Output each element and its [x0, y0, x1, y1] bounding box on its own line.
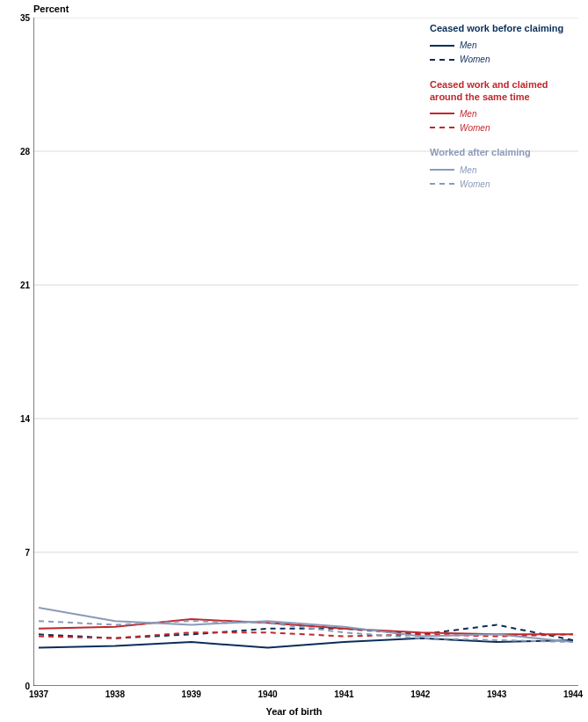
- legend-group-title: Worked after claiming: [430, 147, 570, 159]
- x-tick-label: 1942: [410, 689, 430, 699]
- legend-row: Women: [430, 53, 570, 67]
- x-axis-title: Year of birth: [0, 706, 588, 717]
- y-tick-label: 0: [4, 682, 30, 691]
- legend-group-title: Ceased work and claimed around the same …: [430, 79, 570, 104]
- legend-series-label: Women: [460, 123, 490, 133]
- legend-swatch: [430, 127, 454, 128]
- legend-series-label: Men: [460, 165, 476, 175]
- legend-row: Women: [430, 177, 570, 191]
- legend-group: Ceased work and claimed around the same …: [430, 79, 570, 135]
- legend-swatch: [430, 113, 454, 114]
- legend-series-label: Women: [460, 55, 490, 64]
- legend-swatch: [430, 59, 454, 61]
- legend-row: Men: [430, 163, 570, 177]
- legend-row: Men: [430, 106, 570, 120]
- y-tick-label: 7: [4, 548, 30, 558]
- legend-series-label: Men: [460, 40, 476, 50]
- legend-group-title: Ceased work before claiming: [430, 23, 570, 35]
- x-tick-label: 1940: [258, 689, 277, 699]
- legend-series-label: Men: [460, 109, 476, 119]
- x-tick-label: 1944: [563, 689, 583, 699]
- y-axis-title: Percent: [33, 4, 69, 14]
- legend-swatch: [430, 45, 454, 47]
- legend-series-label: Women: [460, 179, 490, 189]
- x-tick-label: 1939: [182, 689, 201, 699]
- legend-row: Women: [430, 120, 570, 135]
- series-lines: [39, 608, 573, 648]
- y-tick-label: 14: [4, 414, 30, 424]
- legend-swatch: [430, 169, 454, 171]
- line-chart: Percent 0714212835 193719381939194019411…: [0, 0, 588, 722]
- legend-group: Worked after claimingMenWomen: [430, 147, 570, 191]
- y-tick-label: 28: [4, 147, 30, 157]
- x-tick-label: 1937: [29, 689, 48, 699]
- x-tick-label: 1941: [334, 689, 353, 699]
- legend-swatch: [430, 183, 454, 185]
- legend: Ceased work before claimingMenWomenCease…: [430, 23, 570, 203]
- legend-row: Men: [430, 39, 570, 53]
- x-tick-label: 1938: [105, 689, 125, 699]
- y-tick-label: 21: [4, 281, 30, 290]
- y-tick-label: 35: [4, 13, 30, 23]
- x-tick-label: 1943: [487, 689, 506, 699]
- legend-group: Ceased work before claimingMenWomen: [430, 23, 570, 67]
